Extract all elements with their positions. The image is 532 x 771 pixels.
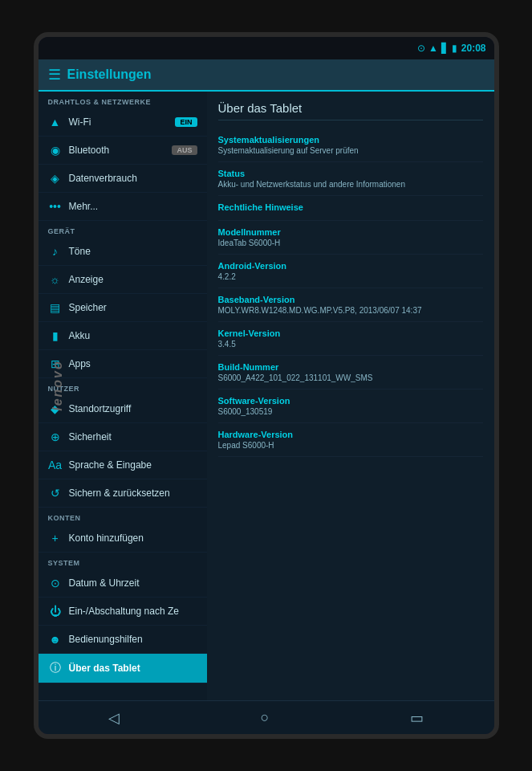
apps-icon: ⊞ (48, 357, 63, 370)
info-item[interactable]: Build-NummerS6000_A422_101_022_131101_WW… (218, 356, 483, 390)
sidebar: DRAHTLOS & NETZWERKE▲Wi-FiEIN◉BluetoothA… (39, 92, 207, 700)
signal-icon: ▋ (441, 43, 449, 54)
battery-icon: ▮ (48, 329, 63, 342)
wifi-icon: ▲ (428, 43, 438, 54)
sidebar-item-label: Speicher (69, 302, 107, 313)
info-item[interactable]: Kernel-Version3.4.5 (218, 322, 483, 356)
sidebar-item-label: Sichern & zurücksetzen (69, 487, 170, 499)
sidebar-item[interactable]: ↺Sichern & zurücksetzen (39, 479, 207, 508)
add-icon: + (48, 532, 63, 545)
sidebar-item[interactable]: ▮Akku (39, 322, 207, 350)
sidebar-item-label: Konto hinzufügen (69, 532, 144, 544)
sidebar-item-label: Mehr... (69, 201, 99, 212)
info-item-value: Akku- und Netzwerkstatus und andere Info… (218, 180, 483, 189)
bt-icon: ◉ (48, 144, 63, 157)
battery-icon: ▮ (452, 43, 457, 54)
sidebar-item[interactable]: ⊙Datum & Uhrzeit (39, 569, 207, 598)
sidebar-item[interactable]: ◆Standortzugriff (39, 395, 207, 423)
sidebar-section-header: DRAHTLOS & NETZWERKE (39, 92, 207, 108)
info-item-value: S6000_130519 (218, 407, 483, 416)
info-item[interactable]: Android-Version4.2.2 (218, 255, 483, 288)
info-item-title: Software-Version (218, 396, 483, 406)
main-content: Über das Tablet SystemaktualisierungenSy… (207, 92, 494, 700)
info-item-title: Kernel-Version (218, 328, 483, 338)
menu-icon[interactable]: ☰ (48, 66, 61, 84)
info-item-title: Baseband-Version (218, 295, 483, 304)
nav-bar: ◁ ○ ▭ (39, 700, 494, 734)
back-button[interactable]: ◁ (92, 704, 136, 732)
data-icon: ◈ (48, 172, 63, 185)
sidebar-item[interactable]: ⏻Ein-/Abschaltung nach Ze (39, 598, 207, 626)
info-item-title: Rechtliche Hinweise (218, 202, 483, 212)
action-bar-title: Einstellungen (67, 67, 152, 82)
sidebar-item[interactable]: ▲Wi-FiEIN (39, 108, 207, 137)
info-item-value: MOLY.WR8.W1248.MD.WG.MP.V5.P8, 2013/06/0… (218, 306, 483, 315)
sidebar-item-label: Datenverbrauch (69, 173, 137, 184)
security-icon: ⊕ (48, 430, 63, 443)
main-content-title: Über das Tablet (218, 101, 483, 120)
sidebar-item[interactable]: •••Mehr... (39, 193, 207, 221)
accessibility-icon: ☻ (48, 633, 63, 646)
reset-icon: ↺ (48, 487, 63, 500)
info-item-value: Systemaktualisierung auf Server prüfen (218, 146, 483, 155)
sidebar-item[interactable]: ▤Speicher (39, 294, 207, 322)
info-item[interactable]: Baseband-VersionMOLY.WR8.W1248.MD.WG.MP.… (218, 288, 483, 322)
info-item[interactable]: Software-VersionS6000_130519 (218, 390, 483, 423)
sidebar-item[interactable]: ♪Töne (39, 238, 207, 266)
sound-icon: ♪ (48, 245, 63, 258)
info-item-value: 4.2.2 (218, 272, 483, 281)
sidebar-item-badge: AUS (172, 145, 197, 155)
more-icon: ••• (48, 200, 63, 213)
sidebar-item[interactable]: ◈Datenverbrauch (39, 165, 207, 193)
sidebar-section-header: SYSTEM (39, 553, 207, 569)
info-item-title: Android-Version (218, 261, 483, 271)
sidebar-item-label: Bedienungshilfen (69, 634, 143, 645)
storage-icon: ▤ (48, 301, 63, 314)
info-item-value: 3.4.5 (218, 340, 483, 349)
info-item-title: Status (218, 169, 483, 178)
info-item-value: Lepad S6000-H (218, 441, 483, 450)
sidebar-item[interactable]: ⊕Sicherheit (39, 423, 207, 451)
wifi-icon: ▲ (48, 116, 63, 128)
sidebar-item[interactable]: ☼Anzeige (39, 266, 207, 294)
location-icon: ◆ (48, 402, 63, 415)
sidebar-item-label: Bluetooth (69, 145, 110, 156)
info-item: Rechtliche Hinweise (218, 196, 483, 221)
sidebar-item-label: Ein-/Abschaltung nach Ze (69, 606, 179, 617)
info-item[interactable]: StatusAkku- und Netzwerkstatus und ander… (218, 162, 483, 196)
info-item-title: Hardware-Version (218, 430, 483, 439)
sidebar-item-label: Standortzugriff (69, 403, 132, 414)
display-icon: ☼ (48, 273, 63, 286)
info-item[interactable]: SystemaktualisierungenSystemaktualisieru… (218, 128, 483, 162)
datetime-icon: ⊙ (48, 577, 63, 589)
sidebar-item-label: Datum & Uhrzeit (69, 577, 140, 589)
sidebar-item[interactable]: ☻Bedienungshilfen (39, 626, 207, 654)
sidebar-item-label: Sprache & Eingabe (69, 459, 152, 471)
sidebar-item[interactable]: +Konto hinzufügen (39, 524, 207, 553)
sidebar-item[interactable]: AaSprache & Eingabe (39, 451, 207, 479)
home-button[interactable]: ○ (245, 704, 286, 731)
info-item[interactable]: Hardware-VersionLepad S6000-H (218, 423, 483, 457)
about-icon: ⓘ (48, 661, 63, 675)
info-item-value: IdeaTab S6000-H (218, 239, 483, 247)
status-time: 20:08 (461, 43, 486, 54)
sidebar-item[interactable]: ⊞Apps (39, 350, 207, 378)
sidebar-item-badge: EIN (175, 117, 197, 127)
sidebar-section-header: NUTZER (39, 378, 207, 395)
sidebar-item-label: Akku (69, 330, 91, 341)
info-item-title: Modellnummer (218, 227, 483, 237)
sidebar-section-header: GERÄT (39, 221, 207, 238)
sidebar-item[interactable]: ⓘÜber das Tablet (39, 654, 207, 683)
info-item-title: Systemaktualisierungen (218, 135, 483, 145)
sidebar-item-label: Über das Tablet (69, 663, 140, 674)
info-item[interactable]: ModellnummerIdeaTab S6000-H (218, 221, 483, 255)
info-item-title: Build-Nummer (218, 362, 483, 372)
status-bar: ⊙ ▲ ▋ ▮ 20:08 (39, 37, 494, 59)
hotspot-icon: ⊙ (417, 43, 425, 54)
sidebar-item[interactable]: ◉BluetoothAUS (39, 137, 207, 165)
sidebar-item-label: Apps (69, 358, 91, 369)
sidebar-item-label: Töne (69, 246, 91, 257)
recent-button[interactable]: ▭ (394, 704, 440, 732)
sidebar-item-label: Sicherheit (69, 431, 112, 443)
status-icons: ⊙ ▲ ▋ ▮ (417, 43, 457, 54)
